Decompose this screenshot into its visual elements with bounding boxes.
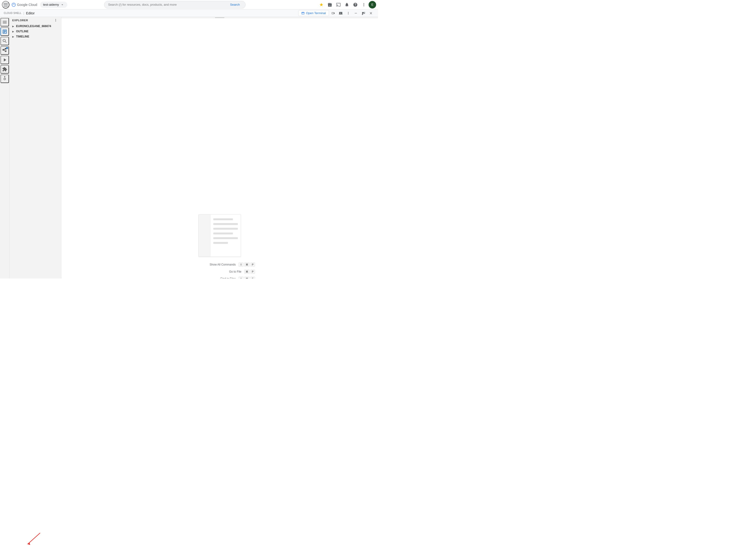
shortcut-label-find: Find in Files xyxy=(184,277,236,278)
doc-line-3 xyxy=(213,228,238,230)
activity-test-button[interactable] xyxy=(0,75,9,83)
search-input[interactable] xyxy=(108,3,228,6)
editor-subheader: CLOUD SHELL | Editor Open Terminal xyxy=(0,9,378,17)
doc-preview xyxy=(198,214,241,257)
chevron-outline-icon: ▶ xyxy=(11,29,15,33)
chevron-right-icon: ▶ xyxy=(11,24,15,28)
editor-title: Editor xyxy=(26,11,35,15)
activity-source-control-button[interactable]: ● xyxy=(0,46,9,55)
open-terminal-label: Open Terminal xyxy=(306,11,326,15)
doc-sidebar-preview xyxy=(199,214,211,257)
help-button[interactable] xyxy=(352,1,359,8)
tree-item-label-outline: OUTLINE xyxy=(16,30,29,33)
tree-item-label-timeline: TIMELINE xyxy=(16,35,29,38)
shortcut-keys-go-to-file: ⌘ P xyxy=(244,269,255,274)
shortcut-keys-find: ⇧ ⌘ F xyxy=(239,276,255,278)
notifications-button[interactable] xyxy=(343,1,351,8)
shortcut-show-all-commands: Show All Commands ⇧ ⌘ P xyxy=(184,262,255,267)
editor-more-button[interactable] xyxy=(345,10,352,17)
chevron-down-icon xyxy=(60,3,64,7)
drag-handle-bar xyxy=(215,18,224,18)
gift-button[interactable] xyxy=(326,1,334,8)
activity-bar: ● xyxy=(0,17,9,278)
gemini-button[interactable] xyxy=(317,1,325,8)
doc-line-6 xyxy=(213,242,228,244)
doc-line-5 xyxy=(213,237,238,239)
more-options-button[interactable] xyxy=(360,1,368,8)
activity-run-button[interactable] xyxy=(0,56,9,64)
shortcut-label-go-to-file: Go to File xyxy=(184,270,242,273)
shortcut-find-in-files: Find in Files ⇧ ⌘ F xyxy=(184,276,255,278)
editor-main: Show All Commands ⇧ ⌘ P Go to File ⌘ P xyxy=(61,19,378,278)
avatar-initial: E xyxy=(371,3,373,6)
project-selector[interactable]: test-aidemy xyxy=(40,2,67,8)
editor-area: Show All Commands ⇧ ⌘ P Go to File ⌘ P xyxy=(61,17,378,278)
key-shift-f: ⇧ xyxy=(239,276,244,278)
key-cmd-2: ⌘ xyxy=(244,269,250,274)
tree-item-outline[interactable]: ▶ OUTLINE xyxy=(9,29,61,34)
terminal-icon xyxy=(301,11,305,15)
main-layout: ● EXPLORER ▶ EURONC xyxy=(0,17,378,278)
top-header: Google Cloud test-aidemy Search E xyxy=(0,0,378,9)
header-right-actions: E xyxy=(317,1,376,8)
tree-item-label-root: EURONCLEGANE_666674 xyxy=(16,25,51,28)
logo-text: Google Cloud xyxy=(17,3,37,7)
user-avatar-button[interactable]: E xyxy=(369,1,376,8)
key-p: P xyxy=(250,262,255,267)
maximize-button[interactable] xyxy=(360,10,367,17)
shortcut-label-show-all: Show All Commands xyxy=(184,263,236,266)
doc-line-1 xyxy=(213,218,233,220)
google-cloud-logo[interactable]: Google Cloud xyxy=(11,2,37,7)
tree-item-timeline[interactable]: ▶ TIMELINE xyxy=(9,34,61,39)
screen-share-button[interactable] xyxy=(337,10,344,17)
editor-header-right: Open Terminal xyxy=(298,10,374,17)
hamburger-menu-button[interactable] xyxy=(2,1,9,8)
sidebar-header: EXPLORER xyxy=(9,17,61,24)
key-f: F xyxy=(250,276,255,278)
doc-line-4 xyxy=(213,233,233,234)
search-button[interactable]: Search xyxy=(228,3,242,6)
key-p-2: P xyxy=(250,269,255,274)
activity-explorer-button[interactable] xyxy=(0,27,9,36)
sidebar: EXPLORER ▶ EURONCLEGANE_666674 ▶ OUTLINE… xyxy=(9,17,61,278)
welcome-illustration: Show All Commands ⇧ ⌘ P Go to File ⌘ P xyxy=(184,214,255,278)
doc-content-preview xyxy=(211,214,241,257)
doc-line-2 xyxy=(213,223,238,225)
sidebar-more-button[interactable] xyxy=(53,18,58,23)
project-name: test-aidemy xyxy=(43,3,59,6)
search-bar[interactable]: Search xyxy=(104,1,246,8)
minimize-button[interactable] xyxy=(353,10,359,17)
close-editor-button[interactable] xyxy=(368,10,374,17)
explorer-title: EXPLORER xyxy=(12,19,28,22)
activity-menu-button[interactable] xyxy=(0,18,9,26)
shortcut-keys-show-all: ⇧ ⌘ P xyxy=(239,262,255,267)
webcam-button[interactable] xyxy=(330,10,336,17)
tree-item-root[interactable]: ▶ EURONCLEGANE_666674 xyxy=(9,24,61,29)
activity-extensions-button[interactable] xyxy=(0,65,9,74)
activity-search-button[interactable] xyxy=(0,37,9,45)
shortcuts-section: Show All Commands ⇧ ⌘ P Go to File ⌘ P xyxy=(184,262,255,278)
google-cloud-logo-icon xyxy=(11,2,16,7)
key-cmd-1: ⌘ xyxy=(244,262,250,267)
cloud-shell-label: CLOUD SHELL xyxy=(4,12,22,14)
chevron-timeline-icon: ▶ xyxy=(11,35,15,38)
open-terminal-button[interactable]: Open Terminal xyxy=(298,10,329,16)
cast-button[interactable] xyxy=(335,1,342,8)
key-shift: ⇧ xyxy=(239,262,244,267)
key-cmd-f: ⌘ xyxy=(244,276,250,278)
shortcut-go-to-file: Go to File ⌘ P xyxy=(184,269,255,274)
